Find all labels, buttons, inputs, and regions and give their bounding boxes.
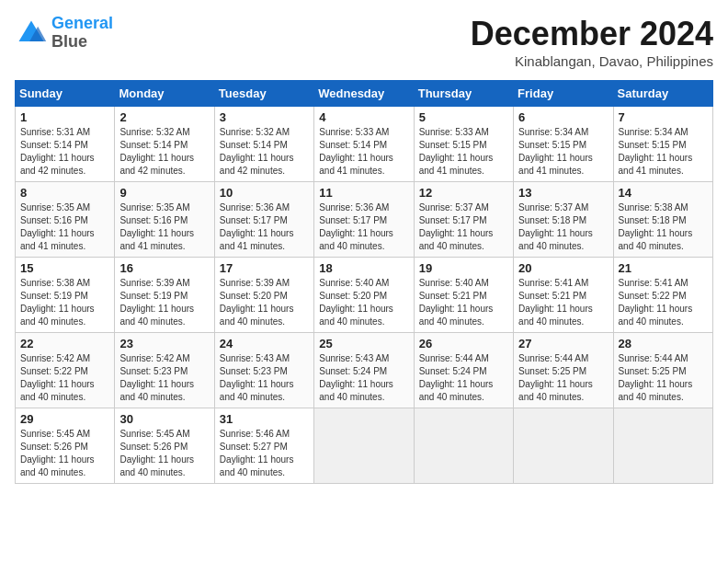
table-row: 12Sunrise: 5:37 AMSunset: 5:17 PMDayligh… xyxy=(414,182,513,258)
day-number: 8 xyxy=(20,186,109,200)
day-info: Sunrise: 5:41 AMSunset: 5:21 PMDaylight:… xyxy=(518,277,608,328)
table-row: 9Sunrise: 5:35 AMSunset: 5:16 PMDaylight… xyxy=(115,182,214,258)
day-info: Sunrise: 5:38 AMSunset: 5:18 PMDaylight:… xyxy=(619,201,708,253)
day-info: Sunrise: 5:31 AMSunset: 5:14 PMDaylight:… xyxy=(20,126,109,178)
calendar-week-row: 15Sunrise: 5:38 AMSunset: 5:19 PMDayligh… xyxy=(16,258,713,333)
table-row: 29Sunrise: 5:45 AMSunset: 5:26 PMDayligh… xyxy=(16,408,115,484)
month-title: December 2024 xyxy=(471,15,713,53)
table-row xyxy=(514,408,613,484)
day-info: Sunrise: 5:39 AMSunset: 5:20 PMDaylight:… xyxy=(220,277,309,328)
day-number: 27 xyxy=(518,337,608,350)
day-info: Sunrise: 5:32 AMSunset: 5:14 PMDaylight:… xyxy=(119,126,209,178)
table-row: 27Sunrise: 5:44 AMSunset: 5:25 PMDayligh… xyxy=(514,333,613,408)
calendar-week-row: 1Sunrise: 5:31 AMSunset: 5:14 PMDaylight… xyxy=(16,107,713,182)
day-info: Sunrise: 5:33 AMSunset: 5:15 PMDaylight:… xyxy=(419,126,508,178)
day-info: Sunrise: 5:46 AMSunset: 5:27 PMDaylight:… xyxy=(220,428,309,479)
day-number: 16 xyxy=(119,261,209,275)
day-info: Sunrise: 5:42 AMSunset: 5:23 PMDaylight:… xyxy=(119,352,209,404)
day-number: 21 xyxy=(619,261,708,275)
day-number: 20 xyxy=(518,261,608,275)
table-row: 10Sunrise: 5:36 AMSunset: 5:17 PMDayligh… xyxy=(214,182,313,258)
day-number: 7 xyxy=(619,110,708,124)
location: Kinablangan, Davao, Philippines xyxy=(471,53,713,69)
table-row: 1Sunrise: 5:31 AMSunset: 5:14 PMDaylight… xyxy=(16,107,115,182)
table-row: 26Sunrise: 5:44 AMSunset: 5:24 PMDayligh… xyxy=(414,333,513,408)
day-number: 30 xyxy=(119,412,209,426)
table-row: 16Sunrise: 5:39 AMSunset: 5:19 PMDayligh… xyxy=(115,258,214,333)
table-row: 21Sunrise: 5:41 AMSunset: 5:22 PMDayligh… xyxy=(613,258,712,333)
day-number: 24 xyxy=(220,337,309,350)
table-row: 22Sunrise: 5:42 AMSunset: 5:22 PMDayligh… xyxy=(16,333,115,408)
col-friday: Friday xyxy=(514,81,613,107)
table-row: 19Sunrise: 5:40 AMSunset: 5:21 PMDayligh… xyxy=(414,258,513,333)
table-row: 5Sunrise: 5:33 AMSunset: 5:15 PMDaylight… xyxy=(414,107,513,182)
table-row: 18Sunrise: 5:40 AMSunset: 5:20 PMDayligh… xyxy=(314,258,414,333)
col-saturday: Saturday xyxy=(613,81,712,107)
table-row: 4Sunrise: 5:33 AMSunset: 5:14 PMDaylight… xyxy=(314,107,414,182)
table-row: 17Sunrise: 5:39 AMSunset: 5:20 PMDayligh… xyxy=(214,258,313,333)
title-block: December 2024 Kinablangan, Davao, Philip… xyxy=(471,15,713,69)
table-row: 28Sunrise: 5:44 AMSunset: 5:25 PMDayligh… xyxy=(613,333,712,408)
day-info: Sunrise: 5:34 AMSunset: 5:15 PMDaylight:… xyxy=(518,126,608,178)
day-info: Sunrise: 5:36 AMSunset: 5:17 PMDaylight:… xyxy=(319,201,408,253)
day-info: Sunrise: 5:37 AMSunset: 5:17 PMDaylight:… xyxy=(419,201,508,253)
col-tuesday: Tuesday xyxy=(214,81,313,107)
day-info: Sunrise: 5:38 AMSunset: 5:19 PMDaylight:… xyxy=(20,277,109,328)
logo-icon xyxy=(15,17,48,50)
day-info: Sunrise: 5:32 AMSunset: 5:14 PMDaylight:… xyxy=(220,126,309,178)
day-number: 10 xyxy=(220,186,309,200)
table-row xyxy=(314,408,414,484)
weekday-header-row: Sunday Monday Tuesday Wednesday Thursday… xyxy=(16,81,713,107)
calendar-week-row: 8Sunrise: 5:35 AMSunset: 5:16 PMDaylight… xyxy=(16,182,713,258)
day-number: 17 xyxy=(220,261,309,275)
day-number: 25 xyxy=(319,337,408,350)
table-row xyxy=(613,408,712,484)
day-number: 12 xyxy=(419,186,508,200)
table-row: 8Sunrise: 5:35 AMSunset: 5:16 PMDaylight… xyxy=(16,182,115,258)
day-number: 23 xyxy=(119,337,209,350)
day-number: 15 xyxy=(20,261,109,275)
day-info: Sunrise: 5:36 AMSunset: 5:17 PMDaylight:… xyxy=(220,201,309,253)
day-number: 1 xyxy=(20,110,109,124)
table-row: 6Sunrise: 5:34 AMSunset: 5:15 PMDaylight… xyxy=(514,107,613,182)
calendar-table: Sunday Monday Tuesday Wednesday Thursday… xyxy=(15,80,713,484)
day-number: 29 xyxy=(20,412,109,426)
table-row xyxy=(414,408,513,484)
day-info: Sunrise: 5:40 AMSunset: 5:20 PMDaylight:… xyxy=(319,277,408,328)
day-info: Sunrise: 5:41 AMSunset: 5:22 PMDaylight:… xyxy=(619,277,708,328)
day-info: Sunrise: 5:43 AMSunset: 5:23 PMDaylight:… xyxy=(220,352,309,404)
day-number: 18 xyxy=(319,261,408,275)
table-row: 23Sunrise: 5:42 AMSunset: 5:23 PMDayligh… xyxy=(115,333,214,408)
day-info: Sunrise: 5:44 AMSunset: 5:25 PMDaylight:… xyxy=(518,352,608,404)
day-number: 5 xyxy=(419,110,508,124)
col-sunday: Sunday xyxy=(16,81,115,107)
calendar-week-row: 29Sunrise: 5:45 AMSunset: 5:26 PMDayligh… xyxy=(16,408,713,484)
table-row: 25Sunrise: 5:43 AMSunset: 5:24 PMDayligh… xyxy=(314,333,414,408)
logo-text: General Blue xyxy=(51,15,113,52)
page-header: General Blue December 2024 Kinablangan, … xyxy=(15,15,713,69)
day-info: Sunrise: 5:33 AMSunset: 5:14 PMDaylight:… xyxy=(319,126,408,178)
day-number: 19 xyxy=(419,261,508,275)
day-number: 26 xyxy=(419,337,508,350)
day-info: Sunrise: 5:35 AMSunset: 5:16 PMDaylight:… xyxy=(20,201,109,253)
day-info: Sunrise: 5:44 AMSunset: 5:25 PMDaylight:… xyxy=(619,352,708,404)
day-info: Sunrise: 5:37 AMSunset: 5:18 PMDaylight:… xyxy=(518,201,608,253)
day-info: Sunrise: 5:34 AMSunset: 5:15 PMDaylight:… xyxy=(619,126,708,178)
day-info: Sunrise: 5:40 AMSunset: 5:21 PMDaylight:… xyxy=(419,277,508,328)
day-info: Sunrise: 5:42 AMSunset: 5:22 PMDaylight:… xyxy=(20,352,109,404)
day-number: 4 xyxy=(319,110,408,124)
day-number: 14 xyxy=(619,186,708,200)
calendar-week-row: 22Sunrise: 5:42 AMSunset: 5:22 PMDayligh… xyxy=(16,333,713,408)
table-row: 24Sunrise: 5:43 AMSunset: 5:23 PMDayligh… xyxy=(214,333,313,408)
day-info: Sunrise: 5:45 AMSunset: 5:26 PMDaylight:… xyxy=(20,428,109,479)
day-number: 31 xyxy=(220,412,309,426)
day-number: 9 xyxy=(119,186,209,200)
table-row: 14Sunrise: 5:38 AMSunset: 5:18 PMDayligh… xyxy=(613,182,712,258)
day-info: Sunrise: 5:44 AMSunset: 5:24 PMDaylight:… xyxy=(419,352,508,404)
day-number: 13 xyxy=(518,186,608,200)
day-number: 6 xyxy=(518,110,608,124)
table-row: 20Sunrise: 5:41 AMSunset: 5:21 PMDayligh… xyxy=(514,258,613,333)
col-wednesday: Wednesday xyxy=(314,81,414,107)
day-number: 11 xyxy=(319,186,408,200)
table-row: 31Sunrise: 5:46 AMSunset: 5:27 PMDayligh… xyxy=(214,408,313,484)
